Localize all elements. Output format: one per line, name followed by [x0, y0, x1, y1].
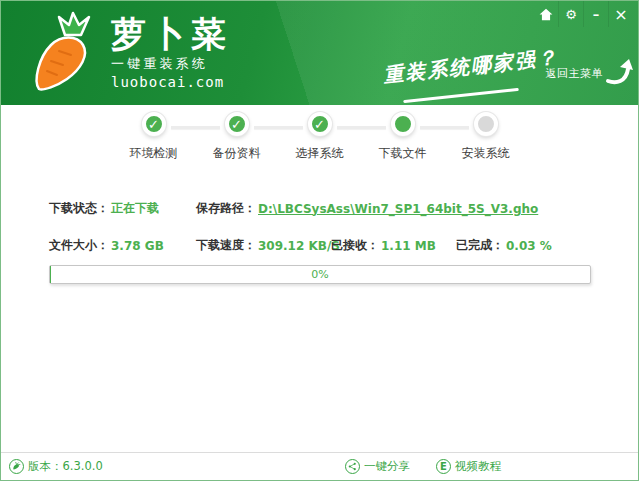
window-controls: ⚙ – × — [533, 1, 633, 27]
close-button[interactable]: × — [608, 1, 633, 27]
progress-percent-text: 0% — [50, 266, 590, 283]
step-label: 环境检测 — [130, 145, 178, 162]
completed-label: 已完成： — [456, 237, 504, 254]
step-circle-done-icon: ✓ — [142, 112, 166, 136]
file-size-value: 3.78 GB — [111, 239, 164, 253]
step-download-files: 下载文件 — [361, 112, 444, 162]
settings-button[interactable]: ⚙ — [558, 1, 583, 27]
step-backup-data: ✓ 备份资料 — [195, 112, 278, 162]
video-tutorial-icon: E — [436, 459, 451, 474]
step-circle-done-icon: ✓ — [308, 112, 332, 136]
save-path-label: 保存路径： — [196, 200, 256, 217]
completed-value: 0.03 % — [506, 239, 552, 253]
back-to-main-menu-button[interactable]: 返回主菜单 — [546, 55, 635, 87]
download-speed: 下载速度： 309.12 KB/S — [196, 237, 331, 254]
brand-domain: luobocai.com — [111, 74, 231, 90]
received-label: 已接收： — [331, 237, 379, 254]
home-button[interactable] — [533, 1, 558, 27]
video-tutorial-label: 视频教程 — [455, 459, 501, 474]
step-circle-done-icon: ✓ — [225, 112, 249, 136]
step-environment-check: ✓ 环境检测 — [112, 112, 195, 162]
video-tutorial-button[interactable]: E 视频教程 — [436, 459, 501, 474]
home-icon — [539, 8, 553, 21]
close-icon: × — [614, 5, 627, 24]
minimize-button[interactable]: – — [583, 1, 608, 27]
step-select-system: ✓ 选择系统 — [278, 112, 361, 162]
app-window: 萝卜菜 一键重装系统 luobocai.com 重装系统哪家强？ 返回主菜单 ⚙ — [0, 0, 639, 481]
step-label: 备份资料 — [213, 145, 261, 162]
download-progress-bar: 0% — [49, 265, 591, 284]
status-row-2: 文件大小： 3.78 GB 下载速度： 309.12 KB/S 已接收： 1.1… — [49, 237, 598, 254]
step-circle-current-icon — [391, 112, 415, 136]
download-state-value: 正在下载 — [111, 200, 159, 217]
download-status-panel: 下载状态： 正在下载 保存路径： D:\LBCSysAss\Win7_SP1_6… — [49, 200, 598, 254]
brand-title: 萝卜菜 — [111, 17, 231, 52]
minimize-icon: – — [593, 7, 600, 22]
version-label: 版本：6.3.0.0 — [28, 459, 103, 474]
step-label: 安装系统 — [462, 145, 510, 162]
curved-back-arrow-icon — [604, 55, 634, 87]
file-size: 文件大小： 3.78 GB — [49, 237, 196, 254]
share-label: 一键分享 — [364, 459, 410, 474]
back-button-label: 返回主菜单 — [546, 66, 604, 87]
save-path: 保存路径： D:\LBCSysAss\Win7_SP1_64bit_5S_V3.… — [196, 200, 538, 217]
save-path-link[interactable]: D:\LBCSysAss\Win7_SP1_64bit_5S_V3.gho — [258, 202, 538, 216]
brand-logo: 萝卜菜 一键重装系统 luobocai.com — [29, 9, 231, 95]
version-info: 版本：6.3.0.0 — [9, 459, 103, 474]
share-icon — [345, 459, 360, 474]
step-label: 选择系统 — [296, 145, 344, 162]
download-speed-label: 下载速度： — [196, 237, 256, 254]
download-state: 下载状态： 正在下载 — [49, 200, 196, 217]
received-amount: 已接收： 1.11 MB — [331, 237, 456, 254]
download-state-label: 下载状态： — [49, 200, 109, 217]
slogan-underline — [403, 88, 519, 103]
step-indicator: ✓ 环境检测 ✓ 备份资料 ✓ 选择系统 下载文件 安装系统 — [1, 112, 638, 162]
brand-subtitle: 一键重装系统 — [111, 55, 231, 73]
one-key-share-button[interactable]: 一键分享 — [345, 459, 410, 474]
brand-text: 萝卜菜 一键重装系统 luobocai.com — [111, 17, 231, 90]
file-size-label: 文件大小： — [49, 237, 109, 254]
gear-icon: ⚙ — [565, 7, 577, 22]
footer-actions: 一键分享 E 视频教程 — [345, 459, 501, 474]
status-row-1: 下载状态： 正在下载 保存路径： D:\LBCSysAss\Win7_SP1_6… — [49, 200, 598, 217]
step-label: 下载文件 — [379, 145, 427, 162]
footer-bar: 版本：6.3.0.0 一键分享 E 视频教程 — [1, 452, 638, 480]
header: 萝卜菜 一键重装系统 luobocai.com 重装系统哪家强？ 返回主菜单 ⚙ — [1, 1, 638, 105]
received-value: 1.11 MB — [381, 239, 436, 253]
completed-percent: 已完成： 0.03 % — [456, 237, 552, 254]
slogan-text: 重装系统哪家强？ — [382, 44, 560, 89]
carrot-logo-icon — [29, 9, 105, 95]
step-install-system: 安装系统 — [444, 112, 527, 162]
step-circle-pending-icon — [474, 112, 498, 136]
version-badge-icon — [9, 459, 24, 474]
download-speed-value: 309.12 KB/S — [258, 239, 340, 253]
